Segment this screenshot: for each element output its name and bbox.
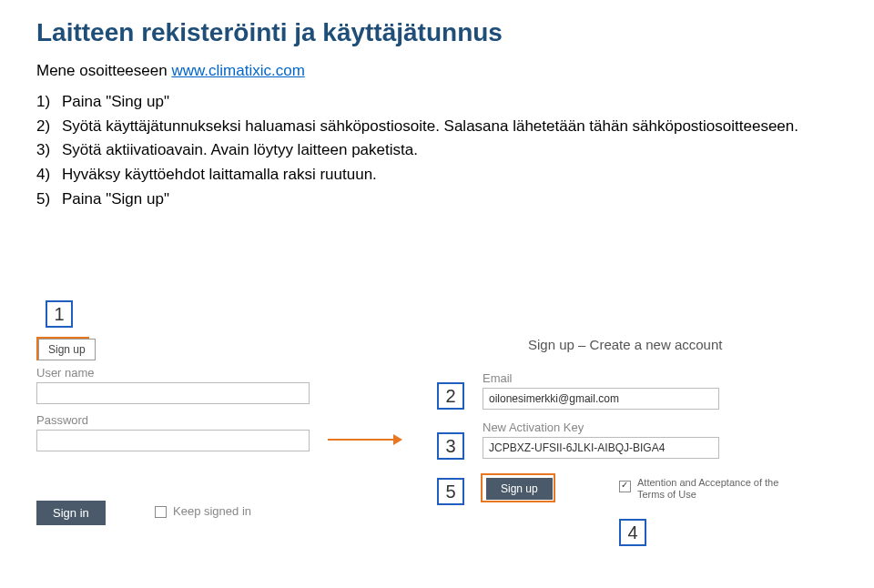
terms-checkbox[interactable] [619, 481, 631, 492]
steps-list: 1) Paina "Sing up" 2) Syötä käyttäjätunn… [36, 91, 838, 210]
callout-2: 2 [437, 382, 464, 410]
page-title: Laitteen rekisteröinti ja käyttäjätunnus [36, 18, 838, 47]
step-3: 3) Syötä aktiivatioavain. Avain löytyy l… [36, 139, 838, 162]
step-text: Syötä aktiivatioavain. Avain löytyy lait… [62, 139, 838, 162]
arrow-icon [328, 439, 401, 441]
step-number: 3) [36, 139, 62, 162]
signup-section-title: Sign up – Create a new account [528, 337, 722, 352]
step-number: 5) [36, 188, 62, 211]
email-label: Email [483, 371, 513, 385]
keep-signed-label: Keep signed in [173, 504, 251, 518]
intro-text: Mene osoitteeseen www.climatixic.com [36, 62, 838, 80]
signup-top-button[interactable]: Sign up [38, 339, 96, 360]
step-text: Hyväksy käyttöehdot laittamalla raksi ru… [62, 164, 838, 187]
intro-prefix: Mene osoitteeseen [36, 62, 171, 79]
username-label: User name [36, 366, 95, 380]
step-text: Paina "Sign up" [62, 188, 838, 211]
terms-label: Attention and Acceptance of the Terms of… [637, 477, 783, 501]
callout-4: 4 [619, 519, 646, 546]
callout-3: 3 [437, 432, 464, 460]
step-number: 2) [36, 116, 62, 138]
intro-link[interactable]: www.climatixic.com [171, 62, 304, 79]
callout-5: 5 [437, 478, 464, 505]
activation-key-input[interactable]: JCPBXZ-UFSII-6JLKI-AIBQJ-BIGA4 [483, 437, 719, 459]
username-input[interactable] [36, 382, 310, 404]
step-5: 5) Paina "Sign up" [36, 188, 838, 211]
step-number: 4) [36, 164, 62, 187]
step-number: 1) [36, 91, 62, 114]
step-1: 1) Paina "Sing up" [36, 91, 838, 114]
password-input[interactable] [36, 430, 310, 451]
signup-bottom-button[interactable]: Sign up [486, 478, 553, 500]
email-input[interactable]: oilonesimerkki@gmail.com [483, 388, 719, 410]
step-2: 2) Syötä käyttäjätunnukseksi haluamasi s… [36, 116, 838, 138]
callout-1: 1 [46, 300, 73, 328]
step-text: Paina "Sing up" [62, 91, 838, 114]
screenshot-diagram: 1 Sign up User name Password Sign in Kee… [36, 291, 838, 564]
activation-key-label: New Activation Key [483, 421, 584, 434]
step-text: Syötä käyttäjätunnukseksi haluamasi sähk… [62, 116, 838, 138]
password-label: Password [36, 413, 88, 427]
keep-signed-checkbox[interactable] [155, 506, 167, 518]
step-4: 4) Hyväksy käyttöehdot laittamalla raksi… [36, 164, 838, 187]
signin-button[interactable]: Sign in [36, 501, 106, 525]
